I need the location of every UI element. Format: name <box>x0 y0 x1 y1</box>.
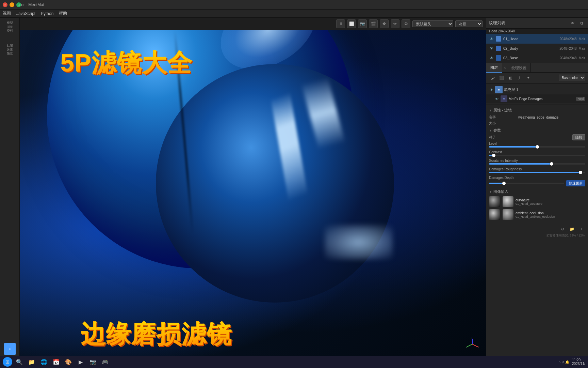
damages-depth-track[interactable] <box>489 183 564 184</box>
prop-value-name: weathering_edge_damage <box>518 116 585 119</box>
fill-icon[interactable]: ⬛ <box>498 74 505 82</box>
contrast-track[interactable] <box>489 155 585 156</box>
channel-folder-icon[interactable]: 📁 <box>568 225 576 233</box>
channel-name-ao: ambient_occlusion <box>516 211 585 215</box>
menu-item-view[interactable]: 视图 <box>3 11 11 16</box>
eye-icon-body[interactable]: 👁 <box>489 46 494 51</box>
layer-section: 👁 ■ 填充层 1 👁 ⚙ MatFx Edge Damages Repl <box>486 83 588 105</box>
texture-row-base[interactable]: 👁 03_Base 2048×2048 Mair <box>486 53 588 63</box>
mask-icon[interactable]: ◧ <box>507 74 514 82</box>
prop-label-name: 名字 <box>489 115 516 120</box>
select-tool-button[interactable]: ✦ <box>4 343 16 355</box>
base-color-select[interactable]: Base color <box>559 75 585 81</box>
right-panel: 纹理列表 👁 ⧉ Head 2048x2048 👁 01_Head 2048×2… <box>486 18 588 358</box>
window-controls[interactable]: × − □ <box>3 2 21 7</box>
eye-icon[interactable]: 👁 <box>569 19 576 27</box>
taskbar-camera[interactable]: 📷 <box>88 357 98 367</box>
damages-roughness-track[interactable] <box>489 172 585 173</box>
curve-icon[interactable]: ⤴ <box>516 74 523 82</box>
level-fill <box>489 146 537 148</box>
filter-name: MatFx Edge Damages <box>509 97 575 101</box>
maximize-button[interactable]: □ <box>16 2 21 7</box>
app-title: er - MeetMat <box>21 2 585 7</box>
svg-line-0 <box>472 344 478 347</box>
filter-eye[interactable]: 👁 <box>494 96 499 101</box>
taskbar-search[interactable]: 🔍 <box>14 357 24 367</box>
level-track[interactable] <box>489 146 585 148</box>
taskbar-media[interactable]: ▶ <box>76 357 86 367</box>
menu-item-help[interactable]: 帮助 <box>59 11 67 16</box>
filter-row-edge[interactable]: 👁 ⚙ MatFx Edge Damages Repl <box>486 94 588 103</box>
viewport[interactable]: ⏸ ⬜ 📷 🎬 ✥ ✏ ⚙ 默认镜头 材质 <box>20 18 486 358</box>
prop-row-size: 大小 <box>489 121 585 126</box>
eye-icon-head[interactable]: 👁 <box>489 36 494 41</box>
taskbar-files[interactable]: 📁 <box>27 357 37 367</box>
layer-eye-fill[interactable]: 👁 <box>489 87 494 92</box>
scratches-thumb[interactable] <box>550 162 553 166</box>
damages-roughness-thumb[interactable] <box>579 171 582 174</box>
layers-icon[interactable]: ⧉ <box>578 19 585 27</box>
material-select[interactable]: 材质 <box>455 20 483 27</box>
viewport-move-button[interactable]: ✥ <box>380 19 389 28</box>
left-panel: 模型浏览资料 贴图效果预览 ✦ <box>0 18 20 358</box>
main-layout: 模型浏览资料 贴图效果预览 ✦ ⏸ ⬜ 📷 🎬 ✥ ✏ ⚙ 默认镜头 材质 <box>0 18 588 358</box>
right-toolbar: 纹理列表 👁 ⧉ <box>486 18 588 29</box>
channel-plus-icon[interactable]: + <box>578 225 585 233</box>
menu-item-python[interactable]: Python <box>41 11 53 16</box>
eye-icon-base[interactable]: 👁 <box>489 56 494 60</box>
seed-row: 种子 随机 <box>489 134 585 140</box>
contrast-thumb[interactable] <box>492 154 495 157</box>
texture-row-head[interactable]: 👁 01_Head 2048×2048 Mair <box>486 34 588 44</box>
start-button[interactable]: ⊞ <box>3 357 12 367</box>
seed-label: 种子 <box>489 135 516 140</box>
layer-row-fill[interactable]: 👁 ■ 填充层 1 <box>486 85 588 94</box>
menu-item-javascript[interactable]: JavaScript <box>16 11 35 16</box>
filter-thumb: ⚙ <box>501 95 507 102</box>
right-toolbar-icons: 👁 ⧉ <box>569 19 585 27</box>
contrast-slider-row: Contrast <box>489 150 585 156</box>
tab-layers[interactable]: 图层 <box>486 63 502 73</box>
damages-depth-slider-row: Damages Depth 快速更新 <box>489 176 585 186</box>
texture-size-base: 2048×2048 <box>559 56 576 60</box>
damages-depth-thumb[interactable] <box>502 182 506 185</box>
viewport-video-button[interactable]: 🎬 <box>369 19 378 28</box>
taskbar-edge[interactable]: 🌐 <box>39 357 49 367</box>
viewport-edit-button[interactable]: ✏ <box>391 19 399 28</box>
viewport-settings-button[interactable]: ⚙ <box>402 19 410 28</box>
menu-bar: 视图 JavaScript Python 帮助 <box>0 10 588 18</box>
scratches-track[interactable] <box>489 163 585 165</box>
random-button[interactable]: 随机 <box>572 134 585 140</box>
channel-circle-icon[interactable]: ⊙ <box>559 225 566 233</box>
svg-text:Y: Y <box>466 346 468 349</box>
taskbar-ps[interactable]: 🎨 <box>63 357 74 367</box>
texture-type-base: Mair <box>579 56 585 60</box>
damages-roughness-fill <box>489 172 581 173</box>
channel-thumb-curvature2 <box>503 196 513 207</box>
svg-text:X: X <box>478 346 479 349</box>
tab-texture-settings[interactable]: 纹理设置 <box>507 63 531 73</box>
level-thumb[interactable] <box>536 145 539 149</box>
taskbar-game[interactable]: 🎮 <box>100 357 110 367</box>
channel-sub-curvature: 01_Head_curvature <box>516 202 585 205</box>
texture-name-base: 03_Base <box>503 56 557 60</box>
systray-icons: ⌂ ♬ 🔔 <box>559 360 569 364</box>
left-label-2: 贴图效果预览 <box>6 43 14 57</box>
quick-update-button[interactable]: 快速更新 <box>566 180 585 186</box>
brush-icon[interactable]: 🖌 <box>489 74 496 82</box>
pause-button[interactable]: ⏸ <box>336 19 345 28</box>
channel-row-ao: ambient_occlusion 01_Head_ambient_occlus… <box>489 209 585 220</box>
channel-sub-ao: 01_Head_ambient_occlusion <box>516 215 585 218</box>
title-bar: × − □ er - MeetMat <box>0 0 588 10</box>
minimize-button[interactable]: − <box>10 2 14 7</box>
camera-select[interactable]: 默认镜头 <box>412 20 453 27</box>
close-button[interactable]: × <box>3 2 7 7</box>
viewport-cam-button[interactable]: 📷 <box>358 19 367 28</box>
taskbar-calendar[interactable]: 📅 <box>51 357 61 367</box>
svg-text:Z: Z <box>471 337 473 339</box>
texture-row-body[interactable]: 👁 02_Body 2048×2048 Mair <box>486 44 588 53</box>
viewport-mode-button[interactable]: ⬜ <box>347 19 356 28</box>
fx-icon[interactable]: ✦ <box>524 74 532 82</box>
filter-badge: Repl <box>576 97 585 101</box>
channel-bottom-icons: ⊙ 📁 + <box>489 223 585 233</box>
layer-thumb-fill: ■ <box>495 86 503 93</box>
